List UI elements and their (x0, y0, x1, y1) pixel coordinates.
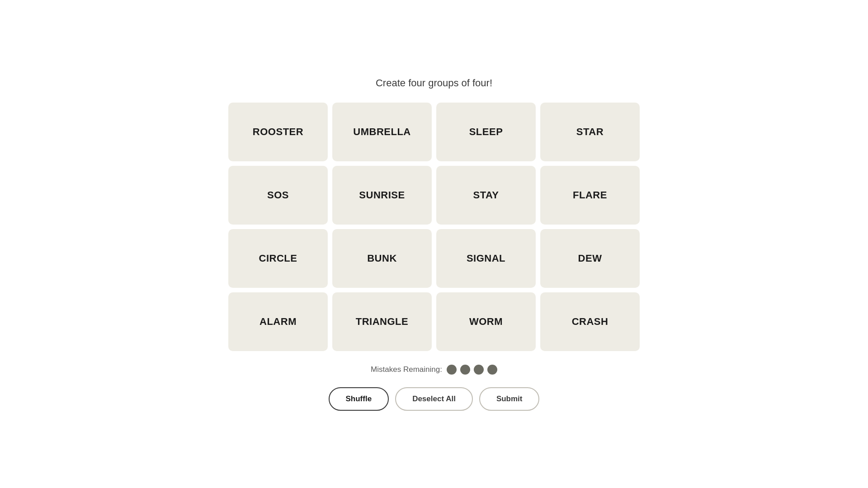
buttons-row: Shuffle Deselect All Submit (329, 387, 540, 411)
deselect-all-button[interactable]: Deselect All (395, 387, 473, 411)
tile-label-flare: FLARE (573, 189, 607, 201)
tile-dew[interactable]: DEW (540, 229, 640, 288)
tile-label-star: STAR (576, 126, 604, 138)
tile-label-alarm: ALARM (259, 316, 297, 328)
tile-worm[interactable]: WORM (436, 292, 536, 351)
tile-sunrise[interactable]: SUNRISE (332, 166, 432, 225)
mistake-dot-1 (447, 365, 457, 375)
shuffle-button[interactable]: Shuffle (329, 387, 389, 411)
mistakes-label: Mistakes Remaining: (371, 365, 442, 374)
tile-label-rooster: ROOSTER (253, 126, 303, 138)
mistake-dot-2 (460, 365, 470, 375)
tile-circle[interactable]: CIRCLE (228, 229, 328, 288)
submit-button[interactable]: Submit (479, 387, 540, 411)
tile-label-dew: DEW (578, 253, 602, 264)
tile-label-sleep: SLEEP (469, 126, 503, 138)
tile-label-triangle: TRIANGLE (356, 316, 408, 328)
mistakes-row: Mistakes Remaining: (371, 365, 497, 375)
tile-sleep[interactable]: SLEEP (436, 103, 536, 161)
page-container: Create four groups of four! ROOSTERUMBRE… (0, 59, 868, 429)
tile-label-stay: STAY (473, 189, 499, 201)
tile-star[interactable]: STAR (540, 103, 640, 161)
word-grid: ROOSTERUMBRELLASLEEPSTARSOSSUNRISESTAYFL… (228, 103, 640, 351)
tile-bunk[interactable]: BUNK (332, 229, 432, 288)
tile-label-umbrella: UMBRELLA (353, 126, 410, 138)
tile-stay[interactable]: STAY (436, 166, 536, 225)
tile-label-crash: CRASH (572, 316, 609, 328)
tile-label-circle: CIRCLE (259, 253, 297, 264)
tile-triangle[interactable]: TRIANGLE (332, 292, 432, 351)
tile-alarm[interactable]: ALARM (228, 292, 328, 351)
tile-label-sos: SOS (267, 189, 289, 201)
mistakes-dots (447, 365, 497, 375)
subtitle: Create four groups of four! (376, 77, 492, 89)
tile-label-sunrise: SUNRISE (359, 189, 405, 201)
mistake-dot-4 (487, 365, 497, 375)
tile-flare[interactable]: FLARE (540, 166, 640, 225)
tile-rooster[interactable]: ROOSTER (228, 103, 328, 161)
tile-sos[interactable]: SOS (228, 166, 328, 225)
mistake-dot-3 (474, 365, 484, 375)
tile-label-worm: WORM (469, 316, 503, 328)
tile-umbrella[interactable]: UMBRELLA (332, 103, 432, 161)
tile-crash[interactable]: CRASH (540, 292, 640, 351)
tile-signal[interactable]: SIGNAL (436, 229, 536, 288)
tile-label-signal: SIGNAL (467, 253, 505, 264)
tile-label-bunk: BUNK (367, 253, 397, 264)
